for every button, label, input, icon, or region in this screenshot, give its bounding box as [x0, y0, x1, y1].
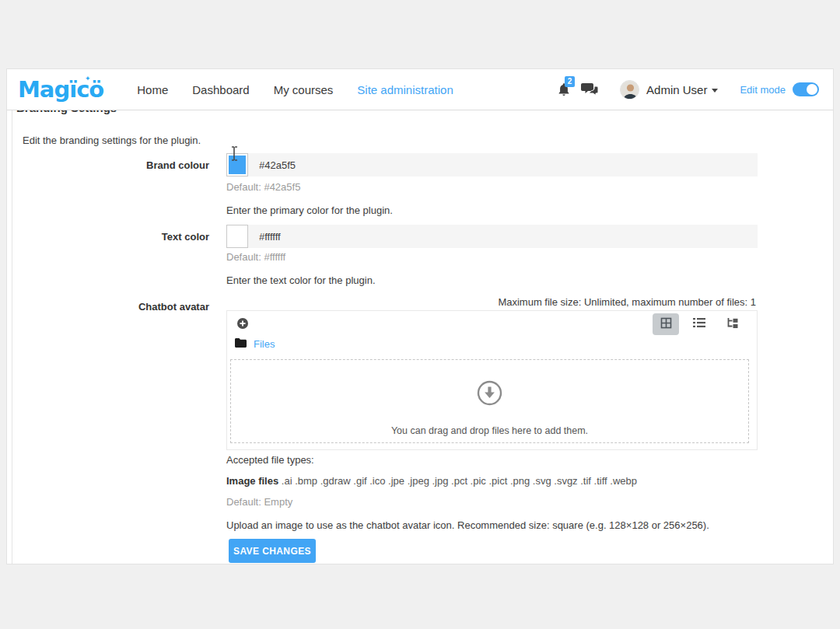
text-color-label: Text color [16, 231, 209, 243]
file-path-bar: Files [235, 337, 275, 351]
accepted-type-extensions: .ai .bmp .gdraw .gif .ico .jpe .jpeg .jp… [278, 475, 637, 487]
tree-view-icon [726, 317, 739, 332]
text-color-field [226, 225, 758, 248]
settings-description: Edit the branding settings for the plugi… [23, 135, 201, 146]
chatbot-avatar-label: Chatbot avatar [16, 301, 209, 313]
list-view-button[interactable] [686, 313, 712, 335]
brand-colour-field [226, 153, 758, 176]
site-page: Branding Settings Magïcö ✦ Home Dashboar… [6, 68, 834, 564]
accepted-types-line: Image files .ai .bmp .gdraw .gif .ico .j… [226, 475, 637, 487]
user-menu[interactable]: Admin User [646, 83, 707, 96]
chevron-down-icon[interactable] [712, 89, 718, 93]
list-view-icon [693, 317, 705, 331]
text-color-default: Default: #ffffff [226, 251, 285, 263]
brand-colour-label: Brand colour [16, 159, 209, 171]
text-color-input[interactable] [248, 225, 758, 248]
max-file-size-info: Maximum file size: Unlimited, maximum nu… [498, 296, 756, 308]
chat-icon [581, 86, 598, 99]
accepted-type-name[interactable]: Image files [226, 475, 278, 487]
brand-colour-input[interactable] [248, 153, 758, 176]
sparkle-icon: ✦ [85, 75, 91, 82]
content-left-divider [12, 110, 12, 564]
dropzone-hint-text: You can drag and drop files here to add … [391, 425, 588, 436]
site-logo[interactable]: Magïcö ✦ [18, 79, 103, 101]
edit-mode-label: Edit mode [740, 84, 786, 96]
edit-mode-toggle[interactable] [793, 82, 819, 96]
brand-colour-help: Enter the primary color for the plugin. [226, 204, 393, 216]
nav-item-site-administration[interactable]: Site administration [357, 83, 453, 96]
notifications-button[interactable]: 2 [558, 82, 570, 96]
navbar-right: 2 Admin User Edit mode [558, 80, 819, 100]
text-cursor-icon [231, 146, 238, 164]
user-avatar[interactable] [620, 80, 639, 100]
add-file-button[interactable] [236, 317, 249, 330]
view-mode-buttons [653, 313, 746, 335]
nav-item-my-courses[interactable]: My courses [274, 83, 334, 96]
download-arrow-icon [477, 380, 502, 409]
text-color-help: Enter the text color for the plugin. [226, 274, 376, 286]
save-changes-button[interactable]: SAVE CHANGES [229, 539, 316, 563]
file-dropzone[interactable]: You can drag and drop files here to add … [230, 359, 749, 443]
file-manager: Files You can drag and drop files here t… [226, 310, 758, 450]
nav-item-dashboard[interactable]: Dashboard [192, 83, 249, 96]
messages-button[interactable] [581, 82, 598, 96]
files-breadcrumb-link[interactable]: Files [254, 338, 275, 350]
grid-view-icon [660, 317, 672, 332]
notification-count-badge: 2 [565, 76, 575, 87]
folder-icon [235, 337, 247, 351]
primary-nav: Home Dashboard My courses Site administr… [137, 83, 453, 96]
avatar-default: Default: Empty [226, 496, 292, 508]
brand-colour-default: Default: #42a5f5 [226, 181, 300, 193]
file-manager-toolbar [227, 311, 757, 336]
tree-view-button[interactable] [719, 313, 746, 335]
top-navbar: Magïcö ✦ Home Dashboard My courses Site … [7, 69, 833, 110]
nav-item-home[interactable]: Home [137, 83, 168, 96]
text-color-swatch-fill [229, 227, 246, 246]
bell-icon [558, 86, 570, 99]
text-color-swatch[interactable] [226, 225, 248, 248]
avatar-help: Upload an image to use as the chatbot av… [226, 519, 709, 531]
accepted-types-title: Accepted file types: [226, 454, 314, 466]
icon-view-button[interactable] [653, 313, 679, 335]
toggle-knob [807, 84, 817, 95]
